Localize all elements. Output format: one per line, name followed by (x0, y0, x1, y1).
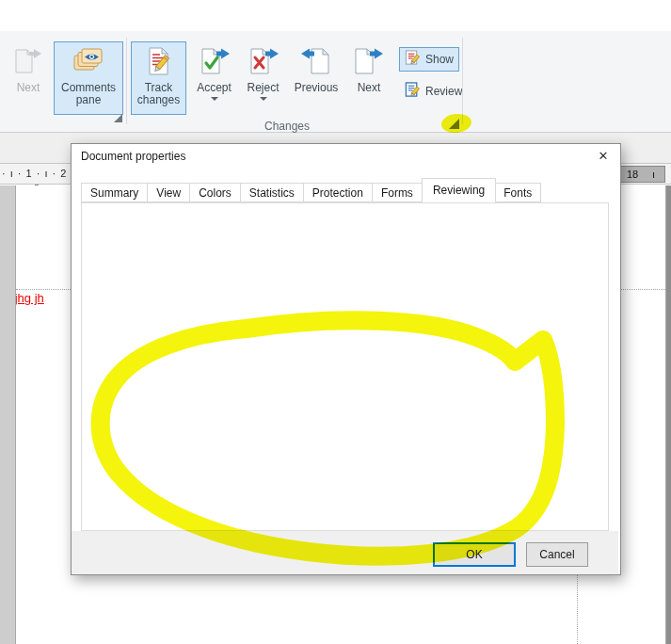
tab-protection[interactable]: Protection (304, 183, 373, 202)
track-changes-icon (145, 47, 173, 78)
next-change-icon (353, 47, 385, 78)
dialog-title: Document properties (81, 150, 185, 163)
tab-reviewing[interactable]: Reviewing (422, 178, 496, 202)
previous-change-icon (300, 47, 332, 78)
ribbon-group-label: Changes (235, 120, 339, 133)
reject-change-icon (248, 47, 280, 78)
document-properties-dialog: Document properties ✕ Summary View Color… (71, 143, 621, 575)
show-changes-button[interactable]: Show (399, 47, 459, 72)
next-comment-button-disabled[interactable]: Next (6, 41, 51, 115)
cancel-button[interactable]: Cancel (526, 542, 588, 567)
comments-dialog-launcher-icon[interactable] (114, 114, 122, 122)
reviewing-tab-page (81, 202, 609, 531)
close-icon[interactable]: ✕ (595, 148, 612, 165)
dialog-tab-strip: Summary View Colors Statistics Protectio… (81, 183, 541, 202)
tab-view[interactable]: View (148, 183, 190, 202)
ribbon-separator (126, 38, 127, 124)
tab-fonts[interactable]: Fonts (495, 183, 541, 202)
previous-change-button[interactable]: Previous (285, 41, 347, 115)
ribbon-separator (462, 38, 463, 124)
review-button[interactable]: Review (399, 79, 468, 104)
tab-statistics[interactable]: Statistics (241, 183, 304, 202)
show-changes-icon (405, 50, 421, 69)
track-changes-button[interactable]: Trackchanges (131, 41, 186, 115)
application-window: Next Commentspane (0, 0, 671, 644)
ok-button[interactable]: OK (433, 542, 516, 567)
tab-forms[interactable]: Forms (373, 183, 423, 202)
tab-summary[interactable]: Summary (81, 183, 148, 202)
next-comment-icon (13, 47, 43, 78)
page-left-margin-strip (0, 185, 16, 644)
next-change-button[interactable]: Next (347, 41, 391, 115)
reject-dropdown-arrow[interactable] (260, 97, 267, 101)
accept-change-icon (199, 47, 231, 78)
ruler-ticks: · ı · 1 · ı · 2 · (2, 168, 75, 179)
ribbon-changes-group: Next Commentspane (0, 31, 671, 133)
changes-dialog-launcher-icon[interactable] (449, 119, 459, 129)
page-right-margin-strip (665, 185, 671, 644)
comments-pane-icon (72, 47, 104, 78)
accept-change-button[interactable]: Accept (192, 41, 236, 115)
tab-colors[interactable]: Colors (190, 183, 241, 202)
ruler-right-segment: 18 ı (617, 166, 665, 183)
comments-pane-button[interactable]: Commentspane (54, 41, 123, 115)
review-icon (405, 82, 421, 101)
accept-dropdown-arrow[interactable] (211, 97, 218, 101)
reject-change-button[interactable]: Reject (241, 41, 285, 115)
